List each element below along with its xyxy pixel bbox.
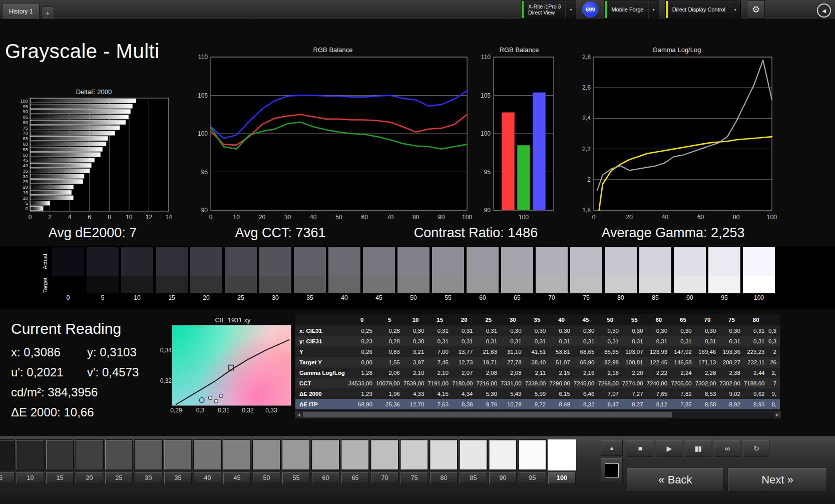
history-tab[interactable]: History 1 — [2, 3, 40, 19]
cie-chart: CIE 1931 xy 0,34 0,32 0,29 0,3 0,31 0,32… — [168, 316, 298, 421]
table-row[interactable]: ΔE 20001,291,964,334,154,345,305,435,996… — [295, 388, 780, 399]
row-label: Y — [295, 346, 348, 357]
svg-text:20: 20 — [259, 214, 266, 221]
level-label: 20 — [76, 472, 103, 484]
cie-plot — [172, 325, 291, 406]
back-button[interactable]: « Back — [627, 468, 724, 491]
level-button-50[interactable]: 50 — [253, 440, 280, 484]
page-title: Grayscale - Multi — [5, 40, 160, 63]
display-control-name: Direct Display Control — [672, 7, 725, 13]
table-cell: 2,44 — [744, 367, 768, 378]
chart-title: RGB Balance — [193, 46, 473, 54]
table-row[interactable]: Target Y0,001,553,977,4512,7319,7127,783… — [295, 357, 780, 367]
strip-swatch: 65 — [501, 247, 533, 302]
table-cell: 68,90 — [348, 399, 376, 409]
strip-level-label: 55 — [432, 293, 464, 302]
reading-de2000-label: ΔE 2000: — [11, 405, 61, 419]
table-cell: 7,85 — [671, 399, 695, 409]
table-cell: 19,71 — [477, 357, 501, 367]
transport-stop-button[interactable]: ■ — [627, 440, 653, 457]
svg-text:8: 8 — [108, 214, 111, 221]
scroll-right-arrow[interactable]: ▶ — [774, 412, 780, 418]
scrollbar-thumb[interactable] — [303, 412, 672, 417]
level-button-30[interactable]: 30 — [135, 440, 162, 484]
cie-xtick: 0,3 — [190, 407, 210, 414]
scrollbar-track[interactable] — [302, 412, 774, 418]
transport-pause-button[interactable]: ▮▮ — [685, 440, 711, 457]
column-header: 5 — [376, 314, 403, 325]
level-button-100[interactable]: 100 — [548, 440, 576, 484]
table-cell: 13,77 — [452, 346, 477, 357]
svg-text:100: 100 — [519, 214, 529, 221]
level-swatch — [223, 440, 251, 470]
svg-text:60: 60 — [23, 141, 28, 147]
svg-text:40: 40 — [662, 214, 669, 221]
level-button-85[interactable]: 85 — [460, 440, 487, 484]
level-button-45[interactable]: 45 — [223, 440, 251, 484]
next-button[interactable]: Next » — [728, 468, 827, 491]
scroll-left-arrow[interactable]: ◀ — [296, 412, 302, 418]
strip-level-label: 20 — [190, 293, 222, 302]
table-row[interactable]: ΔE ITP68,9025,3612,707,638,389,7610,799,… — [295, 399, 780, 409]
level-button-25[interactable]: 25 — [105, 440, 133, 484]
table-cell: 21,63 — [477, 346, 501, 357]
table-cell: 2,07 — [452, 367, 477, 378]
svg-text:25: 25 — [23, 179, 28, 184]
transport-controls: ■▶▮▮∞↻ — [627, 440, 769, 457]
level-button-80[interactable]: 80 — [430, 440, 458, 484]
level-swatch — [253, 440, 280, 470]
transport-repeat-button[interactable]: ↻ — [743, 440, 769, 457]
table-row[interactable]: y: CIE310,230,280,300,310,310,310,310,31… — [295, 336, 780, 346]
display-control-widget[interactable]: Direct Display Control ▾ — [665, 1, 741, 19]
table-cell: 7339,00 — [525, 378, 550, 388]
table-row[interactable]: Y0,260,833,217,0013,7721,6331,1041,5153,… — [295, 346, 780, 357]
table-row[interactable]: x: CIE310,250,280,300,310,310,310,300,30… — [295, 325, 780, 336]
pattern-window-button[interactable] — [601, 458, 623, 482]
level-button-60[interactable]: 60 — [312, 440, 339, 484]
table-cell: 53,81 — [549, 346, 574, 357]
level-label: 95 — [519, 472, 546, 484]
table-cell: 27,78 — [501, 357, 525, 367]
level-swatch — [105, 440, 133, 470]
level-button-10[interactable]: 10 — [17, 440, 44, 484]
table-cell: 7,65 — [647, 388, 671, 399]
level-button-20[interactable]: 20 — [76, 440, 103, 484]
table-row[interactable]: CCT34533,0010079,007539,007191,007180,00… — [295, 378, 780, 388]
table-cell: 0,31 — [695, 336, 720, 346]
table-cell: 1,28 — [348, 367, 376, 378]
table-row[interactable]: Gamma Log/Log1,282,062,102,102,072,082,0… — [295, 367, 780, 378]
level-button-65[interactable]: 65 — [341, 440, 369, 484]
navigation-buttons: « Back Next » — [627, 468, 827, 491]
level-button-35[interactable]: 35 — [164, 440, 192, 484]
settings-button[interactable]: ⚙ — [747, 1, 765, 19]
collapse-panel-button[interactable]: ◀ — [817, 4, 831, 18]
table-cell: 2,28 — [695, 367, 720, 378]
table-cell: 8,93 — [744, 399, 768, 409]
transport-play-button[interactable]: ▶ — [656, 440, 682, 457]
level-button-90[interactable]: 90 — [489, 440, 517, 484]
level-swatch — [519, 440, 546, 470]
level-button-55[interactable]: 55 — [282, 440, 310, 484]
chevron-down-icon: ▾ — [648, 1, 659, 18]
level-button-70[interactable]: 70 — [371, 440, 398, 484]
level-button-15[interactable]: 15 — [46, 440, 74, 484]
column-header: 60 — [647, 314, 671, 325]
table-scrollbar[interactable]: ◀ ▶ — [295, 411, 781, 418]
table-cell: 8,50 — [695, 399, 720, 409]
level-button-95[interactable]: 95 — [519, 440, 546, 484]
table-cell: 1,96 — [376, 388, 403, 399]
meter-widget[interactable]: X-Rite i1Pro 3 Direct View ▾ — [521, 1, 576, 19]
session-count-badge[interactable]: 699 — [582, 2, 598, 18]
level-button-40[interactable]: 40 — [194, 440, 221, 484]
cie-title: CIE 1931 xy — [168, 316, 298, 324]
level-button-75[interactable]: 75 — [400, 440, 428, 484]
table-cell: 65,90 — [574, 357, 598, 367]
level-button-5[interactable]: 5 — [0, 440, 15, 484]
source-widget[interactable]: Mobile Forge ▾ — [604, 1, 659, 19]
add-history-tab[interactable]: + — [41, 7, 54, 19]
pattern-up-button[interactable]: ▲ — [601, 440, 623, 456]
transport-continuous-button[interactable]: ∞ — [714, 440, 740, 457]
table-cell: 2,08 — [501, 367, 525, 378]
table-cell: 7,07 — [598, 388, 622, 399]
table-cell: 0,31 — [525, 336, 550, 346]
